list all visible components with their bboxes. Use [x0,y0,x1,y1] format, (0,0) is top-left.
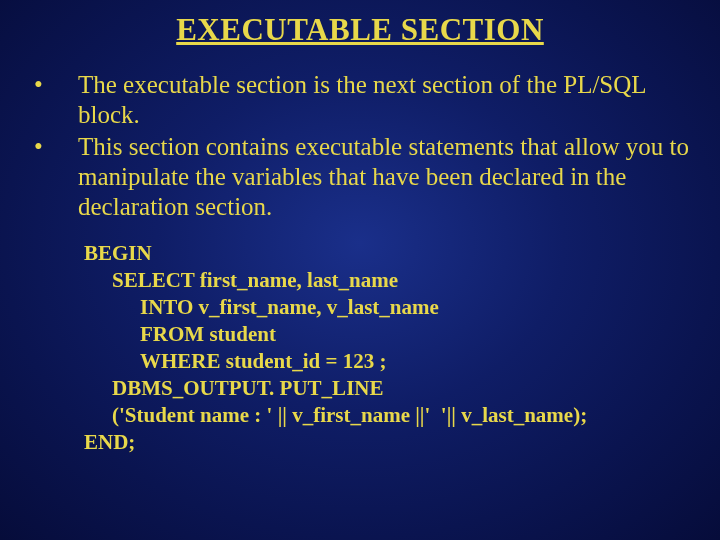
code-line: SELECT first_name, last_name [84,267,690,294]
code-line: ('Student name : ' || v_first_name ||' '… [84,402,690,429]
bullet-dot-icon: • [30,132,78,222]
bullet-item: • The executable section is the next sec… [30,70,690,130]
bullet-item: • This section contains executable state… [30,132,690,222]
code-line: WHERE student_id = 123 ; [84,348,690,375]
bullet-text: The executable section is the next secti… [78,70,690,130]
code-block: BEGIN SELECT first_name, last_name INTO … [84,240,690,456]
code-line: FROM student [84,321,690,348]
code-line: BEGIN [84,240,690,267]
bullet-text: This section contains executable stateme… [78,132,690,222]
bullet-list: • The executable section is the next sec… [30,70,690,222]
code-line: INTO v_first_name, v_last_name [84,294,690,321]
code-line: DBMS_OUTPUT. PUT_LINE [84,375,690,402]
slide-title: EXECUTABLE SECTION [30,12,690,48]
bullet-dot-icon: • [30,70,78,130]
slide: EXECUTABLE SECTION • The executable sect… [0,0,720,540]
code-line: END; [84,429,690,456]
